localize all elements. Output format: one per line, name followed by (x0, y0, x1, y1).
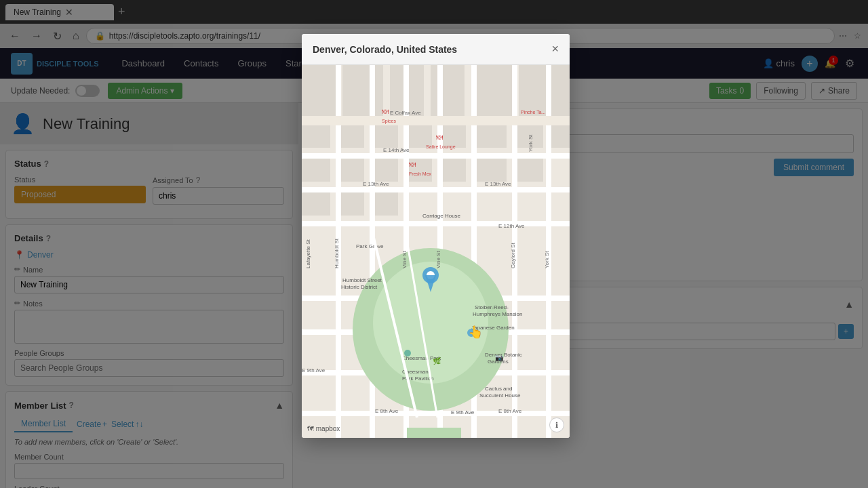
modal-title: Denver, Colorado, United States (313, 44, 457, 55)
svg-rect-33 (302, 159, 330, 182)
svg-rect-38 (477, 159, 507, 182)
svg-text:Vine St: Vine St (435, 251, 441, 268)
modal-header: Denver, Colorado, United States × (302, 34, 570, 65)
svg-rect-41 (341, 192, 364, 216)
svg-text:Fresh Mex: Fresh Mex (409, 171, 432, 176)
svg-text:Carriage House: Carriage House (422, 213, 461, 219)
map-modal: Denver, Colorado, United States × (302, 34, 570, 438)
svg-text:Stoiber-Reed-: Stoiber-Reed- (475, 304, 509, 310)
svg-text:E 9th Ave: E 9th Ave (302, 367, 326, 373)
svg-rect-5 (431, 65, 465, 119)
svg-rect-6 (471, 65, 512, 119)
svg-rect-10 (302, 187, 570, 192)
svg-text:Lafayette St: Lafayette St (305, 239, 311, 268)
mapbox-logo: 🗺 mapbox (307, 425, 340, 432)
svg-text:Humboldt Street: Humboldt Street (342, 277, 382, 283)
svg-text:E 12th Ave: E 12th Ave (498, 223, 525, 229)
svg-rect-3 (342, 65, 383, 119)
svg-rect-25 (302, 125, 330, 148)
svg-text:Cactus and: Cactus and (485, 386, 512, 392)
svg-text:👆: 👆 (468, 325, 484, 340)
svg-text:Gaylord St: Gaylord St (510, 242, 516, 268)
svg-text:York St: York St (544, 251, 550, 268)
svg-rect-43 (302, 116, 570, 125)
svg-text:Historic District: Historic District (341, 284, 378, 290)
svg-rect-32 (551, 125, 570, 148)
svg-rect-26 (341, 125, 364, 148)
svg-text:Succulent House: Succulent House (479, 392, 521, 399)
modal-close-button[interactable]: × (551, 42, 559, 56)
svg-text:E 14th Ave: E 14th Ave (383, 147, 410, 153)
svg-text:📷: 📷 (495, 353, 504, 362)
svg-text:🍽: 🍽 (436, 134, 443, 141)
svg-text:E 13th Ave: E 13th Ave (363, 181, 389, 187)
map-svg: E Colfax Ave E 14th Ave York St E 13th A… (302, 65, 570, 438)
svg-rect-30 (477, 125, 507, 148)
svg-text:Vine St: Vine St (401, 251, 408, 268)
svg-rect-40 (302, 192, 330, 216)
svg-rect-2 (302, 65, 336, 119)
close-icon: × (551, 42, 559, 56)
svg-text:🌿: 🌿 (433, 357, 441, 365)
svg-text:E Colfax Ave: E Colfax Ave (390, 110, 421, 116)
svg-rect-11 (302, 221, 570, 226)
svg-text:York St: York St (528, 134, 534, 152)
svg-text:Park Grove: Park Grove (356, 243, 384, 249)
svg-text:Denver Botanic: Denver Botanic (485, 352, 522, 358)
svg-text:E 8th Ave: E 8th Ave (375, 408, 399, 414)
svg-rect-37 (443, 159, 466, 182)
svg-rect-42 (375, 192, 398, 216)
svg-text:🍽: 🍽 (409, 161, 416, 168)
modal-overlay[interactable]: Denver, Colorado, United States × (0, 0, 868, 488)
svg-text:Humphreys Mansion: Humphreys Mansion (473, 311, 522, 317)
svg-rect-27 (375, 125, 398, 148)
svg-rect-35 (375, 159, 398, 182)
svg-text:Humboldt St: Humboldt St (334, 238, 340, 268)
svg-text:Spices: Spices (382, 119, 397, 124)
map-info-button[interactable]: ℹ (549, 418, 564, 432)
svg-text:E 9th Ave: E 9th Ave (451, 409, 475, 415)
modal-map[interactable]: E Colfax Ave E 14th Ave York St E 13th A… (302, 65, 570, 438)
svg-rect-91 (407, 428, 461, 438)
svg-rect-34 (341, 159, 364, 182)
svg-text:🍽: 🍽 (382, 108, 389, 115)
svg-rect-9 (302, 153, 570, 159)
svg-text:E 8th Ave: E 8th Ave (498, 408, 522, 414)
svg-rect-39 (517, 159, 543, 182)
info-icon: ℹ (555, 421, 558, 430)
svg-text:Satire Lounge: Satire Lounge (426, 144, 456, 150)
svg-text:E 13th Ave: E 13th Ave (485, 181, 511, 187)
svg-text:Pinche Ta...: Pinche Ta... (521, 110, 546, 115)
svg-point-85 (404, 350, 411, 357)
